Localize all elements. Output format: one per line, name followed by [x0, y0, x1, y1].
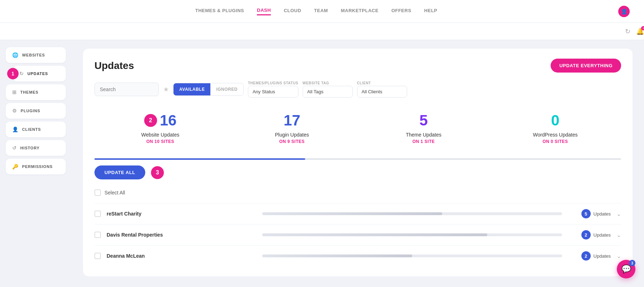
stats-row: 2 16 Website Updates ON 10 SITES 17 Plug…: [94, 106, 621, 150]
update-count-1: 2: [581, 230, 591, 239]
tag-filter-group: WEBSITE TAG All Tags: [303, 81, 353, 98]
client-filter-label: CLIENT: [357, 81, 407, 85]
site-bar-fill-0: [262, 212, 442, 215]
main-layout: 🌐 WEBSITES 1 ↻ UPDATES ⊞ THEMES ⚙ PLUGIN…: [0, 40, 644, 287]
row-expand-1[interactable]: ⌄: [616, 232, 621, 238]
updates-label-2: Updates: [594, 253, 611, 259]
table-row: reStart Charity 5 Updates ⌄: [94, 203, 621, 224]
stat-theme-number: 5: [419, 112, 428, 129]
row-expand-2[interactable]: ⌄: [616, 253, 621, 259]
progress-bar-fill: [94, 158, 305, 160]
sidebar-item-plugins[interactable]: ⚙ PLUGINS: [6, 103, 66, 119]
update-count-0: 5: [581, 209, 591, 218]
sidebar-item-websites[interactable]: 🌐 WEBSITES: [6, 47, 66, 63]
nav-help[interactable]: HELP: [424, 8, 438, 15]
nav-marketplace[interactable]: MARKETPLACE: [341, 8, 379, 15]
nav-themes-plugins[interactable]: THEMES & PLUGINS: [195, 8, 244, 15]
nav-right: 👤: [618, 6, 630, 17]
tag-filter-select[interactable]: All Tags: [303, 86, 353, 98]
sidebar: 🌐 WEBSITES 1 ↻ UPDATES ⊞ THEMES ⚙ PLUGIN…: [0, 40, 72, 287]
avatar[interactable]: 👤: [618, 6, 630, 17]
availability-toggle: AVAILABLE IGNORED: [173, 83, 244, 96]
sidebar-item-history[interactable]: ↺ HISTORY: [6, 140, 66, 156]
stat-wp-number-wrap: 0: [489, 112, 621, 129]
sidebar-label-plugins: PLUGINS: [21, 109, 40, 113]
page-title: Updates: [94, 60, 134, 71]
globe-icon: 🌐: [12, 52, 19, 58]
search-input[interactable]: [94, 83, 159, 96]
filters-row: ★ AVAILABLE IGNORED THEMES/PLUGINS STATU…: [94, 81, 621, 98]
status-filter-select[interactable]: Any Status: [248, 86, 298, 98]
updates-badge-wrap-1: 2 Updates: [568, 230, 611, 239]
step-badge: 3: [151, 166, 164, 179]
site-name-0: reStart Charity: [107, 211, 257, 217]
site-bar-1: [262, 233, 562, 236]
stat-wordpress-updates: 0 WordPress Updates ON 0 SITES: [489, 106, 621, 150]
stat-website-sub: ON 10 SITES: [94, 139, 226, 144]
updates-label-1: Updates: [594, 232, 611, 238]
status-filter-group: THEMES/PLUGINS STATUS Any Status: [248, 81, 298, 98]
nav-team[interactable]: TEAM: [314, 8, 328, 15]
site-bar-fill-1: [262, 233, 487, 236]
stat-theme-label: Theme Updates: [358, 132, 489, 138]
row-expand-0[interactable]: ⌄: [616, 211, 621, 217]
ignored-toggle[interactable]: IGNORED: [210, 83, 243, 95]
site-name-1: Davis Rental Properties: [107, 232, 257, 238]
history-icon: ↺: [12, 145, 17, 151]
star-filter-button[interactable]: ★: [163, 85, 169, 93]
updates-icon: ↻: [19, 71, 24, 76]
stat-wp-number: 0: [551, 112, 559, 129]
refresh-button[interactable]: ↻: [625, 28, 630, 35]
site-name-2: Deanna McLean: [107, 253, 257, 259]
stat-wp-label: WordPress Updates: [489, 132, 621, 138]
nav-dash[interactable]: DASH: [257, 8, 271, 15]
select-all-checkbox[interactable]: [94, 189, 101, 196]
select-all-label: Select All: [104, 190, 125, 196]
table-row: Deanna McLean 2 Updates ⌄: [94, 245, 621, 266]
sidebar-label-themes: THEMES: [20, 90, 39, 94]
site-bar-fill-2: [262, 254, 412, 257]
sidebar-label-permissions: PERMISSIONS: [22, 164, 53, 169]
chat-notification-badge: 3: [629, 260, 635, 266]
sidebar-item-clients[interactable]: 👤 CLIENTS: [6, 122, 66, 137]
content-card: Updates UPDATE EVERYTHING ★ AVAILABLE IG…: [83, 49, 633, 276]
nav-cloud[interactable]: CLOUD: [284, 8, 301, 15]
update-all-button[interactable]: UPDATE ALL: [94, 165, 145, 179]
row-checkbox-0[interactable]: [94, 211, 101, 217]
nav-links: THEMES & PLUGINS DASH CLOUD TEAM MARKETP…: [14, 8, 618, 15]
sidebar-label-websites: WEBSITES: [22, 53, 45, 57]
stat-plugin-label: Plugin Updates: [226, 132, 358, 138]
stat-plugin-updates: 17 Plugin Updates ON 9 SITES: [226, 106, 358, 150]
stat-plugin-number: 17: [284, 112, 301, 129]
progress-bar: [94, 158, 621, 160]
sidebar-label-clients: CLIENTS: [22, 127, 41, 132]
site-bar-0: [262, 212, 562, 215]
clients-icon: 👤: [12, 127, 19, 132]
stat-website-label: Website Updates: [94, 132, 226, 138]
stat-plugin-sub: ON 9 SITES: [226, 139, 358, 144]
sidebar-item-themes[interactable]: ⊞ THEMES: [6, 84, 66, 100]
page-header: Updates UPDATE EVERYTHING: [94, 59, 621, 73]
row-checkbox-2[interactable]: [94, 253, 101, 259]
site-bar-2: [262, 254, 562, 257]
sidebar-updates-wrapper: 1 ↻ UPDATES: [6, 66, 66, 81]
notification-button[interactable]: 🔔 1: [636, 28, 644, 35]
row-checkbox-1[interactable]: [94, 232, 101, 238]
top-nav: THEMES & PLUGINS DASH CLOUD TEAM MARKETP…: [0, 0, 644, 23]
client-filter-select[interactable]: All Clients: [357, 86, 407, 98]
updates-badge-wrap-0: 5 Updates: [568, 209, 611, 218]
chat-bubble[interactable]: 💬 3: [617, 260, 635, 278]
stat-website-badge: 2: [144, 114, 157, 127]
available-toggle[interactable]: AVAILABLE: [174, 83, 210, 95]
sidebar-item-updates[interactable]: ↻ UPDATES: [13, 66, 66, 81]
tag-filter-label: WEBSITE TAG: [303, 81, 353, 85]
stat-website-number: 16: [160, 112, 177, 129]
notification-badge: 1: [641, 26, 644, 30]
nav-offers[interactable]: OFFERS: [391, 8, 411, 15]
update-everything-button[interactable]: UPDATE EVERYTHING: [551, 59, 621, 73]
sidebar-item-permissions[interactable]: 🔑 PERMISSIONS: [6, 159, 66, 174]
stat-website-updates: 2 16 Website Updates ON 10 SITES: [94, 106, 226, 150]
permissions-icon: 🔑: [12, 164, 19, 169]
stat-plugin-number-wrap: 17: [226, 112, 358, 129]
table-row: Davis Rental Properties 2 Updates ⌄: [94, 224, 621, 245]
